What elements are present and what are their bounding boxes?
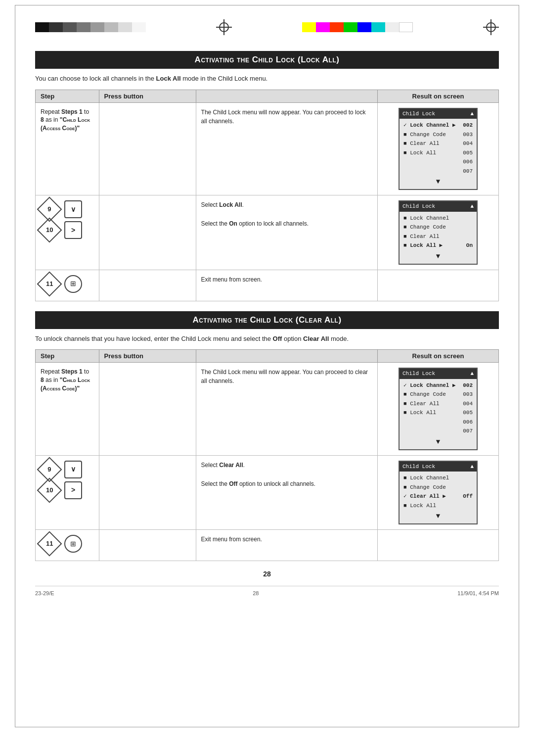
screen-title-s2-2: Child Lock▲ xyxy=(400,462,477,472)
btn-menu-s2: ⊞ xyxy=(64,535,82,553)
page-frame: Activating the Child Lock (Lock All) You… xyxy=(15,5,519,727)
screen-row: ■ Change Code xyxy=(403,483,473,492)
right-color-bar xyxy=(302,22,413,32)
screen-row: 006 xyxy=(403,418,473,427)
btn-down-s2: ∨ xyxy=(64,461,82,478)
screen-row: 007 xyxy=(403,426,473,436)
screen-cell-1: Child Lock▲ ✓ Lock Channel ▶002 ■ Change… xyxy=(378,102,499,195)
step-label-s2: Repeat Steps 1 to 8 as in "Child Lock (A… xyxy=(36,363,99,456)
page-number: 28 xyxy=(35,570,499,578)
screen-row: ■ Lock All xyxy=(403,501,473,511)
screen-row: 006 xyxy=(403,157,473,167)
col-step2: Step xyxy=(36,350,99,363)
screen-row: ■ Change Code003 xyxy=(403,390,473,399)
desc-cell-3: Exit menu from screen. xyxy=(196,270,377,301)
step-cell-3: 11 ⊞ xyxy=(36,270,99,301)
press-cell-s2-1 xyxy=(99,363,196,456)
screen-cell-s2-3 xyxy=(378,530,499,561)
step-row-s2-11: 11 ⊞ xyxy=(41,535,94,553)
footer-right: 11/9/01, 4:54 PM xyxy=(457,590,499,596)
press-cell-2 xyxy=(99,195,196,270)
btn-right: > xyxy=(64,221,82,239)
desc-cell-s2-1: The Child Lock menu will now appear. You… xyxy=(196,363,377,456)
press-cell-s2-2 xyxy=(99,455,196,530)
screen-cell-s2-2: Child Lock▲ ■ Lock Channel ■ Change Code… xyxy=(378,455,499,530)
desc-cell-2: Select Lock All. Select the On option to… xyxy=(196,195,377,270)
table-row: 9 ∨ 10 > Select Clear All. Select the Of… xyxy=(36,455,499,530)
press-cell-1 xyxy=(99,102,196,195)
step-cell-s2-2: 9 ∨ 10 > xyxy=(36,455,99,530)
step-diamond-10: 10 xyxy=(37,218,62,243)
step-row-s2-9: 9 ∨ xyxy=(41,461,94,478)
section2-title: Activating the Child Lock (Clear All) xyxy=(35,311,499,329)
table-row: 11 ⊞ Exit menu from screen. xyxy=(36,530,499,561)
footer-left: 23-29/E xyxy=(35,590,54,596)
screen-row: ■ Change Code003 xyxy=(403,130,473,140)
screen-row: ✓ Lock Channel ▶002 xyxy=(403,121,473,130)
screen-2: Child Lock▲ ■ Lock Channel ■ Change Code… xyxy=(399,200,478,265)
screen-row: ■ Lock All005 xyxy=(403,148,473,158)
step-row-s2-10: 10 > xyxy=(41,481,94,499)
press-cell-s2-3 xyxy=(99,530,196,561)
screen-row: ■ Lock Channel xyxy=(403,214,473,223)
press-cell-3 xyxy=(99,270,196,301)
col-result2: Result on screen xyxy=(378,350,499,363)
left-crosshair xyxy=(216,19,232,35)
desc-cell-1: The Child Lock menu will now appear. You… xyxy=(196,102,377,195)
section2: Activating the Child Lock (Clear All) To… xyxy=(35,311,499,562)
right-crosshair xyxy=(483,19,499,35)
desc-cell-s2-2: Select Clear All. Select the Off option … xyxy=(196,455,377,530)
screen-cell-s2-1: Child Lock▲ ✓ Lock Channel ▶002 ■ Change… xyxy=(378,363,499,456)
screen-cell-2: Child Lock▲ ■ Lock Channel ■ Change Code… xyxy=(378,195,499,270)
top-decoration xyxy=(35,15,499,39)
step-label: Repeat Steps 1 to 8 as in "Child Lock (A… xyxy=(36,102,99,195)
step-row-9: 9 ∨ xyxy=(41,200,94,218)
section1: Activating the Child Lock (Lock All) You… xyxy=(35,51,499,301)
desc-cell-s2-3: Exit menu from screen. xyxy=(196,530,377,561)
section1-subtitle: You can choose to lock all channels in t… xyxy=(35,74,499,84)
table-row: Repeat Steps 1 to 8 as in "Child Lock (A… xyxy=(36,102,499,195)
step-diamond-s2-10: 10 xyxy=(37,477,62,503)
table-row: Repeat Steps 1 to 8 as in "Child Lock (A… xyxy=(36,363,499,456)
col-press2: Press button xyxy=(99,350,196,363)
step-row-11: 11 ⊞ xyxy=(41,275,94,293)
screen-s2-2: Child Lock▲ ■ Lock Channel ■ Change Code… xyxy=(399,461,478,525)
screen-title-1: Child Lock▲ xyxy=(400,109,477,119)
screen-row: ■ Lock All005 xyxy=(403,408,473,418)
section1-title: Activating the Child Lock (Lock All) xyxy=(35,51,499,69)
screen-arrow: ▼ xyxy=(403,511,473,521)
screen-s2-1: Child Lock▲ ✓ Lock Channel ▶002 ■ Change… xyxy=(399,368,478,450)
screen-row: ■ Lock Channel xyxy=(403,473,473,483)
screen-arrow: ▼ xyxy=(403,177,473,187)
screen-row: 007 xyxy=(403,167,473,176)
screen-title-s2-1: Child Lock▲ xyxy=(400,369,477,379)
step-diamond-11: 11 xyxy=(37,271,62,296)
table-row: 11 ⊞ Exit menu from screen. xyxy=(36,270,499,301)
step-cell-s2-3: 11 ⊞ xyxy=(36,530,99,561)
screen-row: ✓ Clear All ▶Off xyxy=(403,492,473,501)
screen-row: ■ Clear All004 xyxy=(403,399,473,409)
btn-right-s2: > xyxy=(64,481,82,499)
page-footer: 23-29/E 28 11/9/01, 4:54 PM xyxy=(35,586,499,596)
col-step: Step xyxy=(36,90,99,102)
screen-arrow: ▼ xyxy=(403,251,473,262)
btn-down: ∨ xyxy=(64,200,82,218)
screen-row: ■ Clear All xyxy=(403,232,473,241)
col-desc2 xyxy=(196,350,377,363)
screen-arrow: ▼ xyxy=(403,437,473,447)
screen-row: ■ Change Code xyxy=(403,223,473,232)
step-cell-2: 9 ∨ 10 > xyxy=(36,195,99,270)
col-result: Result on screen xyxy=(378,90,499,102)
section2-table: Step Press button Result on screen Repea… xyxy=(35,349,499,561)
section1-table: Step Press button Result on screen Repea… xyxy=(35,90,499,301)
col-desc xyxy=(196,90,377,102)
screen-1: Child Lock▲ ✓ Lock Channel ▶002 ■ Change… xyxy=(399,108,478,190)
step-diamond-s2-11: 11 xyxy=(37,531,62,557)
screen-cell-3 xyxy=(378,270,499,301)
btn-menu: ⊞ xyxy=(64,275,82,293)
screen-row: ✓ Lock Channel ▶002 xyxy=(403,381,473,390)
col-press: Press button xyxy=(99,90,196,102)
screen-row: ■ Lock All ▶On xyxy=(403,241,473,250)
left-color-bar xyxy=(35,22,146,32)
step-row-10: 10 > xyxy=(41,221,94,239)
